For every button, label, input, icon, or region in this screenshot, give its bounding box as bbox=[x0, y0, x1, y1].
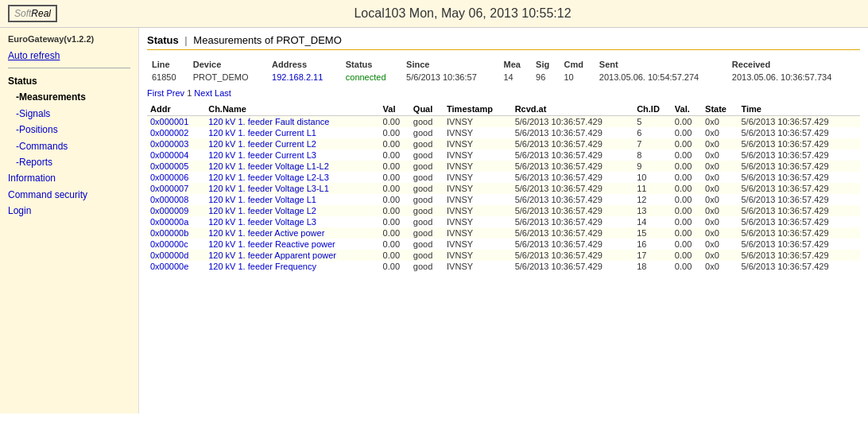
table-row: 0x00000a120 kV 1. feeder Voltage L30.00g… bbox=[147, 216, 860, 227]
sidebar-item-status[interactable]: Status bbox=[8, 73, 130, 89]
table-cell: 0.00 bbox=[672, 149, 702, 161]
table-cell: good bbox=[410, 216, 444, 227]
sidebar-item-reports[interactable]: -Reports bbox=[8, 154, 130, 170]
table-cell: IVNSY bbox=[444, 216, 512, 227]
first-link[interactable]: First bbox=[147, 88, 164, 98]
table-cell: 0.00 bbox=[672, 261, 702, 272]
sidebar-item-login[interactable]: Login bbox=[8, 203, 130, 219]
logo: SoftReal bbox=[8, 5, 57, 22]
table-cell: 0.00 bbox=[672, 250, 702, 261]
table-cell: 0x000004 bbox=[147, 149, 205, 161]
data-header: Addr bbox=[147, 103, 205, 116]
auto-refresh-link[interactable]: Auto refresh bbox=[8, 50, 130, 61]
table-cell: 5/6/2013 10:36:57.429 bbox=[512, 127, 634, 138]
table-row: 0x00000d120 kV 1. feeder Apparent power0… bbox=[147, 250, 860, 261]
table-cell: 5/6/2013 10:36:57.429 bbox=[738, 127, 860, 138]
prev-link[interactable]: Prev bbox=[166, 88, 184, 98]
table-cell: 120 kV 1. feeder Voltage L3 bbox=[205, 216, 379, 227]
table-cell: 16 bbox=[634, 239, 672, 250]
table-cell: good bbox=[410, 172, 444, 183]
data-table: AddrCh.NameValQualTimestampRcvd.atCh.IDV… bbox=[147, 103, 860, 272]
info-received: 2013.05.06. 10:36:57.734 bbox=[727, 71, 860, 83]
table-cell: 5/6/2013 10:36:57.429 bbox=[512, 172, 634, 183]
data-header: Timestamp bbox=[444, 103, 512, 116]
table-cell: 0.00 bbox=[380, 183, 410, 194]
table-cell: 5/6/2013 10:36:57.429 bbox=[738, 194, 860, 205]
breadcrumb: Status | Measurements of PROT_DEMO bbox=[147, 34, 860, 50]
table-cell: 13 bbox=[634, 205, 672, 216]
info-header: Status bbox=[341, 58, 401, 71]
info-header: Device bbox=[188, 58, 267, 71]
table-cell: 5/6/2013 10:36:57.429 bbox=[738, 227, 860, 239]
sidebar-item-commands[interactable]: -Commands bbox=[8, 138, 130, 154]
data-header: Val bbox=[380, 103, 410, 116]
sidebar-item-command-security[interactable]: Command security bbox=[8, 187, 130, 203]
info-header: Mea bbox=[498, 58, 531, 71]
info-headers: LineDeviceAddressStatusSinceMeaSigCmdSen… bbox=[147, 58, 860, 71]
table-row: 0x00000e120 kV 1. feeder Frequency0.00go… bbox=[147, 261, 860, 272]
table-cell: 0x0 bbox=[702, 172, 738, 183]
table-row: 0x00000b120 kV 1. feeder Active power0.0… bbox=[147, 227, 860, 239]
breadcrumb-prefix: Status bbox=[147, 34, 179, 46]
breadcrumb-separator: | bbox=[184, 34, 190, 46]
sidebar-nav: Status-Measurements-Signals-Positions-Co… bbox=[8, 73, 130, 219]
data-header: Rcvd.at bbox=[512, 103, 634, 116]
table-cell: 0x00000c bbox=[147, 239, 205, 250]
table-cell: 0x0 bbox=[702, 183, 738, 194]
table-row: 0x00000c120 kV 1. feeder Reactive power0… bbox=[147, 239, 860, 250]
table-cell: 0x0 bbox=[702, 116, 738, 128]
sidebar-item-positions[interactable]: -Positions bbox=[8, 122, 130, 138]
last-link[interactable]: Last bbox=[215, 88, 231, 98]
info-sent: 2013.05.06. 10:54:57.274 bbox=[595, 71, 727, 83]
table-cell: good bbox=[410, 250, 444, 261]
data-header: State bbox=[702, 103, 738, 116]
table-cell: 0.00 bbox=[380, 250, 410, 261]
table-cell: 0.00 bbox=[380, 216, 410, 227]
table-cell: good bbox=[410, 116, 444, 128]
table-cell: IVNSY bbox=[444, 116, 512, 128]
sidebar-item-signals[interactable]: -Signals bbox=[8, 106, 130, 122]
table-cell: 0.00 bbox=[380, 149, 410, 161]
table-cell: IVNSY bbox=[444, 149, 512, 161]
pagination-page: 1 bbox=[187, 88, 194, 98]
table-cell: 0x00000d bbox=[147, 250, 205, 261]
sidebar-item-information[interactable]: Information bbox=[8, 170, 130, 186]
table-cell: good bbox=[410, 194, 444, 205]
table-row: 0x000003120 kV 1. feeder Current L20.00g… bbox=[147, 138, 860, 149]
table-cell: 0x0 bbox=[702, 149, 738, 161]
table-cell: IVNSY bbox=[444, 205, 512, 216]
table-cell: 0.00 bbox=[380, 138, 410, 149]
info-address: 192.168.2.11 bbox=[267, 71, 341, 83]
info-header: Address bbox=[267, 58, 341, 71]
table-cell: 5/6/2013 10:36:57.429 bbox=[512, 227, 634, 239]
table-cell: 6 bbox=[634, 127, 672, 138]
main-content: Status | Measurements of PROT_DEMO LineD… bbox=[139, 28, 868, 413]
table-cell: 12 bbox=[634, 194, 672, 205]
info-header: Sig bbox=[531, 58, 559, 71]
table-cell: good bbox=[410, 227, 444, 239]
info-device: PROT_DEMO bbox=[188, 71, 267, 83]
logo-soft: Soft bbox=[14, 8, 31, 19]
table-cell: 15 bbox=[634, 227, 672, 239]
table-cell: 17 bbox=[634, 250, 672, 261]
table-cell: 0x0 bbox=[702, 127, 738, 138]
next-link[interactable]: Next bbox=[194, 88, 212, 98]
table-cell: 0.00 bbox=[380, 227, 410, 239]
table-row: 0x000004120 kV 1. feeder Current L30.00g… bbox=[147, 149, 860, 161]
table-cell: 0x0 bbox=[702, 261, 738, 272]
info-header: Cmd bbox=[560, 58, 595, 71]
table-cell: 8 bbox=[634, 149, 672, 161]
table-cell: 0.00 bbox=[672, 227, 702, 239]
table-cell: 0x000007 bbox=[147, 183, 205, 194]
table-cell: 0x0 bbox=[702, 161, 738, 172]
table-cell: 120 kV 1. feeder Apparent power bbox=[205, 250, 379, 261]
info-mea: 14 bbox=[498, 71, 531, 83]
table-cell: 5/6/2013 10:36:57.429 bbox=[512, 116, 634, 128]
breadcrumb-current: Measurements of PROT_DEMO bbox=[193, 34, 341, 46]
table-cell: 120 kV 1. feeder Voltage L1-L2 bbox=[205, 161, 379, 172]
table-cell: 5/6/2013 10:36:57.429 bbox=[738, 149, 860, 161]
table-cell: 0.00 bbox=[380, 172, 410, 183]
table-row: 0x000006120 kV 1. feeder Voltage L2-L30.… bbox=[147, 172, 860, 183]
sidebar-item-measurements[interactable]: -Measurements bbox=[8, 89, 130, 105]
table-cell: 120 kV 1. feeder Reactive power bbox=[205, 239, 379, 250]
